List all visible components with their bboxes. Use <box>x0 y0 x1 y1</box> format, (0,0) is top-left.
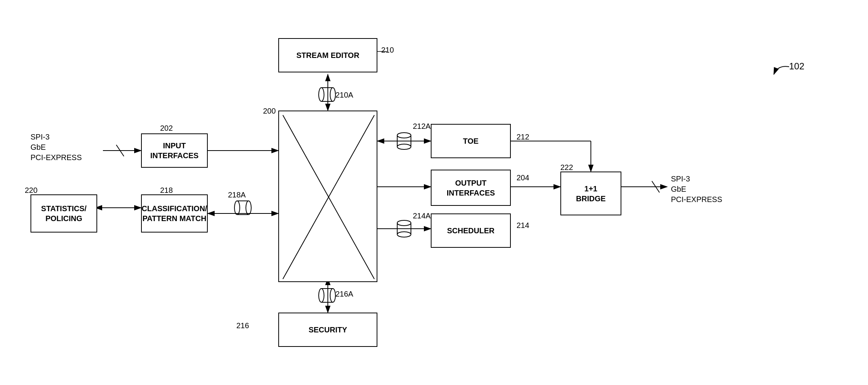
ref-204: 204 <box>517 173 529 182</box>
svg-point-26 <box>319 289 324 302</box>
security-box: SECURITY <box>278 313 377 347</box>
output-pci-label: PCI-EXPRESS <box>671 195 722 204</box>
svg-line-40 <box>652 181 659 192</box>
output-interfaces-label: OUTPUTINTERFACES <box>447 178 495 198</box>
svg-line-4 <box>116 145 124 156</box>
svg-point-21 <box>330 88 335 101</box>
svg-point-10 <box>397 144 411 149</box>
bridge-label: 1+1BRIDGE <box>576 184 606 204</box>
ref-102: 102 <box>789 61 804 72</box>
ref-202: 202 <box>160 124 173 133</box>
architecture-diagram: STREAM EDITOR 210 INPUT INTERFACES 202 2… <box>0 0 868 385</box>
ref-214: 214 <box>517 221 529 230</box>
ref-200: 200 <box>263 107 276 116</box>
statistics-box: STATISTICS/POLICING <box>30 194 97 233</box>
svg-point-15 <box>397 232 411 237</box>
toe-label: TOE <box>463 136 479 146</box>
output-spi3-label: SPI-3 <box>671 175 690 183</box>
ref-212a: 212A <box>413 122 431 131</box>
classification-box: CLASSIFICATION/PATTERN MATCH <box>141 194 208 233</box>
ref-212: 212 <box>517 133 529 141</box>
svg-point-9 <box>397 133 411 138</box>
svg-point-33 <box>246 201 251 215</box>
output-interfaces-box: OUTPUTINTERFACES <box>431 170 511 206</box>
ref-210: 210 <box>381 46 394 55</box>
crossbar-box <box>278 111 377 282</box>
input-interfaces-box: INPUT INTERFACES <box>141 133 208 168</box>
ref-218a: 218A <box>228 191 246 199</box>
output-gbe-label: GbE <box>671 185 686 194</box>
stream-editor-label: STREAM EDITOR <box>296 50 359 60</box>
scheduler-box: SCHEDULER <box>431 213 511 248</box>
security-label: SECURITY <box>308 325 347 335</box>
scheduler-label: SCHEDULER <box>447 226 494 236</box>
svg-point-27 <box>330 289 335 302</box>
ref-214a: 214A <box>413 212 431 220</box>
bridge-box: 1+1BRIDGE <box>560 172 621 215</box>
classification-label: CLASSIFICATION/PATTERN MATCH <box>142 204 207 223</box>
input-gbe-label: GbE <box>30 143 46 152</box>
input-spi3-label: SPI-3 <box>30 133 50 141</box>
ref-222: 222 <box>560 163 573 172</box>
svg-point-20 <box>319 88 324 101</box>
ref-218: 218 <box>160 186 173 195</box>
stream-editor-box: STREAM EDITOR <box>278 38 377 72</box>
toe-box: TOE <box>431 124 511 158</box>
ref-210a: 210A <box>335 91 353 99</box>
input-pci-label: PCI-EXPRESS <box>30 153 82 162</box>
statistics-label: STATISTICS/POLICING <box>41 204 87 223</box>
ref-216a: 216A <box>335 290 353 298</box>
input-interfaces-label: INPUT INTERFACES <box>142 141 207 160</box>
ref-220: 220 <box>25 186 37 195</box>
svg-point-32 <box>234 201 240 215</box>
svg-point-14 <box>397 220 411 226</box>
ref-216: 216 <box>236 321 249 330</box>
